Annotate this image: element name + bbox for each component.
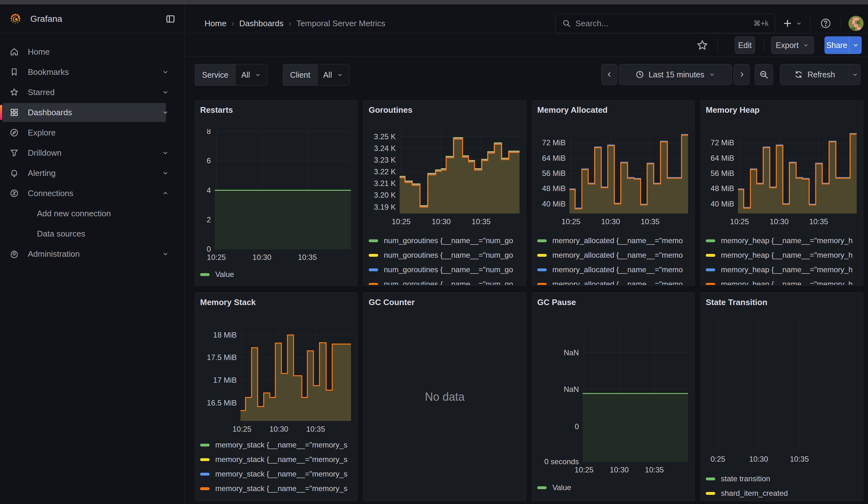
chevron-down-icon [255, 71, 261, 78]
svg-text:10:35: 10:35 [298, 253, 317, 261]
help-button[interactable] [820, 17, 831, 30]
breadcrumb-separator: › [231, 19, 234, 28]
legend-label: num_goroutines {__name__="num_go [384, 251, 513, 260]
timeseries-chart[interactable]: 0:2510:3010:35 [706, 316, 858, 466]
sidebar-item-bookmarks[interactable]: Bookmarks [0, 62, 184, 82]
svg-text:72 MiB: 72 MiB [542, 138, 566, 147]
timeseries-chart[interactable]: 16.5 MiB17 MiB17.5 MiB18 MiB10:2510:3010… [200, 321, 352, 436]
legend-marker [200, 273, 209, 276]
panel-state-transition: State Transition 0:2510:3010:35 state tr… [700, 292, 863, 501]
legend-item[interactable]: memory_heap {__name__="memory_h [706, 234, 858, 247]
panel-legend: Value [200, 268, 352, 281]
sidebar-item-label: Starred [28, 88, 55, 97]
chevron-down-icon[interactable] [162, 169, 169, 177]
grafana-logo[interactable] [8, 12, 23, 26]
legend-item[interactable]: memory_allocated {__name__="memo [537, 263, 689, 276]
timeseries-chart[interactable]: 0 seconds0NaNNaN10:2510:3010:35 [537, 321, 689, 477]
sidebar-item-home[interactable]: Home [0, 42, 184, 62]
panel-title[interactable]: Memory Heap [706, 105, 858, 115]
svg-text:48 MiB: 48 MiB [711, 184, 734, 193]
time-range-zoom-out-button[interactable] [755, 64, 773, 85]
legend-item[interactable]: memory_stack {__name__="memory_s [200, 453, 352, 466]
time-range-back-button[interactable] [601, 64, 617, 85]
svg-text:3.19 K: 3.19 K [374, 203, 396, 211]
legend-item[interactable]: memory_heap {__name__="memory_h [706, 278, 858, 285]
legend-item[interactable]: memory_stack {__name__="memory_s [200, 482, 352, 495]
panel-title[interactable]: Restarts [200, 105, 352, 115]
share-button[interactable]: Share [825, 36, 849, 54]
client-variable-select[interactable]: All [317, 64, 349, 85]
legend-item[interactable]: memory_allocated {__name__="memo [537, 249, 689, 261]
legend-item[interactable]: num_goroutines {__name__="num_go [369, 263, 521, 276]
edit-button[interactable]: Edit [735, 36, 755, 54]
breadcrumb-dashboards[interactable]: Dashboards [239, 19, 283, 28]
legend-item[interactable]: Value [537, 481, 689, 494]
time-range-picker[interactable]: Last 15 minutes [619, 64, 732, 85]
sidebar-item-dashboards[interactable]: Dashboards [0, 102, 184, 123]
time-range-forward-button[interactable] [734, 64, 750, 85]
svg-text:3.23 K: 3.23 K [374, 156, 396, 164]
user-avatar[interactable] [848, 16, 864, 31]
sidebar-item-data-sources[interactable]: Data sources [0, 224, 184, 244]
legend-marker [706, 268, 715, 271]
sidebar-item-drilldown[interactable]: Drilldown [0, 143, 184, 163]
legend-item[interactable]: Value [200, 268, 352, 281]
sidebar-item-explore[interactable]: Explore [0, 123, 184, 143]
search-input[interactable]: Search... ⌘+k [556, 13, 775, 33]
svg-text:10:30: 10:30 [432, 217, 451, 226]
timeseries-chart[interactable]: 0246810:2510:3010:35 [200, 129, 352, 264]
chevron-down-icon[interactable] [162, 250, 169, 258]
chevron-down-icon[interactable] [162, 68, 169, 76]
timeseries-chart[interactable]: 40 MiB48 MiB56 MiB64 MiB72 MiB10:2510:30… [706, 129, 858, 229]
svg-text:8: 8 [207, 129, 211, 135]
timeseries-chart[interactable]: 3.19 K3.20 K3.21 K3.22 K3.23 K3.24 K3.25… [369, 129, 521, 229]
svg-text:64 MiB: 64 MiB [542, 154, 566, 162]
refresh-interval-button[interactable] [850, 64, 860, 85]
chevron-down-icon[interactable] [162, 109, 169, 116]
top-header: Grafana Home › Dashboards › Temporal Ser… [0, 4, 868, 33]
panel-goroutines: Goroutines 3.19 K3.20 K3.21 K3.22 K3.23 … [363, 100, 526, 286]
panel-title[interactable]: GC Pause [537, 297, 689, 307]
legend-item[interactable]: memory_heap {__name__="memory_h [706, 263, 858, 276]
legend-item[interactable]: state transition [706, 472, 858, 485]
legend-item[interactable]: memory_allocated {__name__="memo [537, 234, 689, 247]
legend-item[interactable]: num_goroutines {__name__="num_go [369, 278, 521, 285]
new-menu-button[interactable] [782, 17, 802, 30]
share-menu-button[interactable] [849, 36, 862, 54]
sidebar-item-alerting[interactable]: Alerting [0, 163, 184, 183]
timeseries-chart[interactable]: 40 MiB48 MiB56 MiB64 MiB72 MiB10:2510:30… [537, 129, 689, 229]
legend-item[interactable]: memory_heap {__name__="memory_h [706, 249, 858, 261]
panel-title[interactable]: State Transition [706, 297, 858, 307]
breadcrumb-home[interactable]: Home [205, 19, 226, 28]
panel-title[interactable]: GC Counter [369, 297, 521, 307]
plus-icon [782, 18, 793, 29]
service-variable-select[interactable]: All [235, 64, 267, 85]
refresh-button[interactable]: Refresh [780, 64, 849, 85]
search-placeholder: Search... [576, 19, 749, 28]
panel-title[interactable]: Goroutines [369, 105, 521, 115]
service-variable-value: All [241, 70, 250, 80]
legend-item[interactable]: num_goroutines {__name__="num_go [369, 234, 521, 247]
panel-title[interactable]: Memory Allocated [537, 105, 689, 115]
svg-text:0:25: 0:25 [711, 455, 725, 463]
panel-title[interactable]: Memory Stack [200, 297, 352, 307]
svg-text:40 MiB: 40 MiB [542, 199, 566, 208]
svg-text:40 MiB: 40 MiB [711, 199, 734, 208]
legend-item[interactable]: memory_stack {__name__="memory_s [200, 439, 352, 451]
chevron-up-icon[interactable] [162, 189, 169, 197]
export-button[interactable]: Export [771, 36, 814, 54]
legend-item[interactable]: shard_item_created [706, 487, 858, 500]
sidebar-item-administration[interactable]: Administration [0, 244, 184, 264]
chevron-down-icon[interactable] [162, 149, 169, 157]
svg-text:10:25: 10:25 [730, 217, 749, 226]
legend-item[interactable]: memory_allocated {__name__="memo [537, 278, 689, 285]
legend-label: shard_item_created [721, 489, 788, 498]
sidebar-item-starred[interactable]: Starred [0, 82, 184, 102]
favorite-star-button[interactable] [695, 38, 709, 52]
legend-item[interactable]: memory_stack {__name__="memory_s [200, 468, 352, 480]
sidebar-item-add-new-connection[interactable]: Add new connection [0, 203, 184, 224]
chevron-down-icon[interactable] [162, 89, 169, 96]
sidebar-item-connections[interactable]: Connections [0, 183, 184, 203]
sidebar-collapse-button[interactable] [164, 13, 177, 25]
legend-item[interactable]: num_goroutines {__name__="num_go [369, 249, 521, 261]
